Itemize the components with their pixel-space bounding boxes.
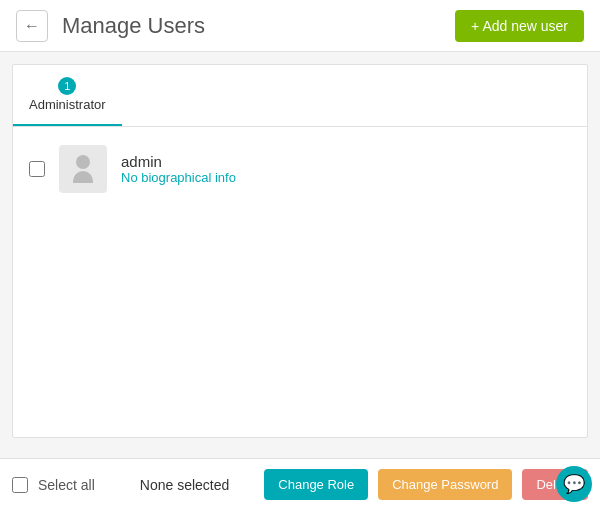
back-button[interactable]: ← [16,10,48,42]
none-selected-label: None selected [115,477,254,493]
avatar [59,145,107,193]
user-checkbox[interactable] [29,161,45,177]
add-new-user-button[interactable]: + Add new user [455,10,584,42]
page-header: ← Manage Users + Add new user [0,0,600,52]
person-icon [73,155,93,183]
user-info: admin No biographical info [121,153,236,185]
tab-label-administrator: Administrator [29,97,106,112]
person-head-shape [76,155,90,169]
tab-administrator[interactable]: 1 Administrator [13,65,122,126]
chat-icon: 💬 [563,473,585,495]
tab-count-badge: 1 [58,77,76,95]
user-bio: No biographical info [121,170,236,185]
footer-bar: Select all None selected Change Role Cha… [0,458,600,510]
change-role-button[interactable]: Change Role [264,469,368,500]
back-icon: ← [24,17,40,35]
main-content: 1 Administrator admin No biographical in… [12,64,588,438]
user-list: admin No biographical info [13,127,587,211]
chat-fab-button[interactable]: 💬 [556,466,592,502]
select-all-checkbox[interactable] [12,477,28,493]
table-row: admin No biographical info [13,135,587,203]
tab-bar: 1 Administrator [13,65,587,127]
select-all-label: Select all [38,477,95,493]
page-title: Manage Users [62,13,455,39]
person-body-shape [73,171,93,183]
change-password-button[interactable]: Change Password [378,469,512,500]
add-user-label: + Add new user [471,18,568,34]
user-name: admin [121,153,236,170]
